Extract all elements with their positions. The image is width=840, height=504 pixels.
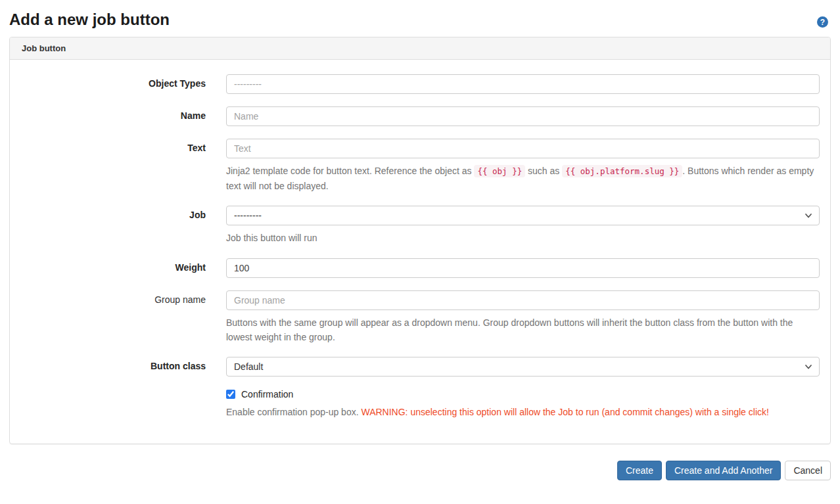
job-button-panel: Job button Object Types Name Text [9, 37, 831, 444]
page-header: Add a new job button ? [0, 0, 840, 37]
object-types-label: Object Types [20, 74, 226, 94]
help-icon[interactable]: ? [817, 16, 828, 28]
group-name-input[interactable] [226, 290, 820, 310]
weight-row: Weight [20, 258, 820, 278]
name-input[interactable] [226, 106, 820, 126]
job-button-form: Object Types Name Text Jinja2 template c… [10, 60, 830, 443]
confirmation-label[interactable]: Confirmation [241, 389, 293, 400]
text-help: Jinja2 template code for button text. Re… [226, 164, 820, 193]
code-platform-slug: {{ obj.platform.slug }} [562, 165, 682, 177]
weight-label: Weight [20, 258, 226, 278]
job-help: Job this button will run [226, 231, 820, 245]
cancel-button[interactable]: Cancel [785, 461, 831, 480]
object-types-input[interactable] [226, 74, 820, 94]
confirmation-warning: WARNING: unselecting this option will al… [361, 407, 768, 417]
group-name-label: Group name [20, 290, 226, 345]
panel-header: Job button [10, 37, 830, 60]
confirmation-help: Enable confirmation pop-up box. WARNING:… [226, 405, 820, 419]
name-row: Name [20, 106, 820, 126]
text-input[interactable] [226, 139, 820, 158]
create-button[interactable]: Create [617, 461, 662, 480]
form-actions: Create Create and Add Another Cancel [9, 461, 831, 480]
text-label: Text [20, 139, 226, 193]
text-row: Text Jinja2 template code for button tex… [20, 139, 820, 193]
page-title: Add a new job button [9, 11, 170, 28]
code-obj: {{ obj }} [474, 165, 525, 177]
name-label: Name [20, 106, 226, 126]
confirmation-checkbox[interactable] [226, 390, 235, 399]
button-class-label: Button class [20, 357, 226, 377]
group-name-help: Buttons with the same group will appear … [226, 315, 820, 345]
confirmation-row: Confirmation Enable confirmation pop-up … [226, 389, 820, 419]
job-row: Job --------- Job this button will run [20, 206, 820, 245]
object-types-row: Object Types [20, 74, 820, 94]
job-select[interactable]: --------- [226, 206, 820, 225]
button-class-row: Button class Default [20, 357, 820, 377]
group-name-row: Group name Buttons with the same group w… [20, 290, 820, 345]
button-class-select[interactable]: Default [226, 357, 820, 377]
job-label: Job [20, 206, 226, 245]
create-and-add-another-button[interactable]: Create and Add Another [666, 461, 781, 480]
weight-input[interactable] [226, 258, 820, 278]
